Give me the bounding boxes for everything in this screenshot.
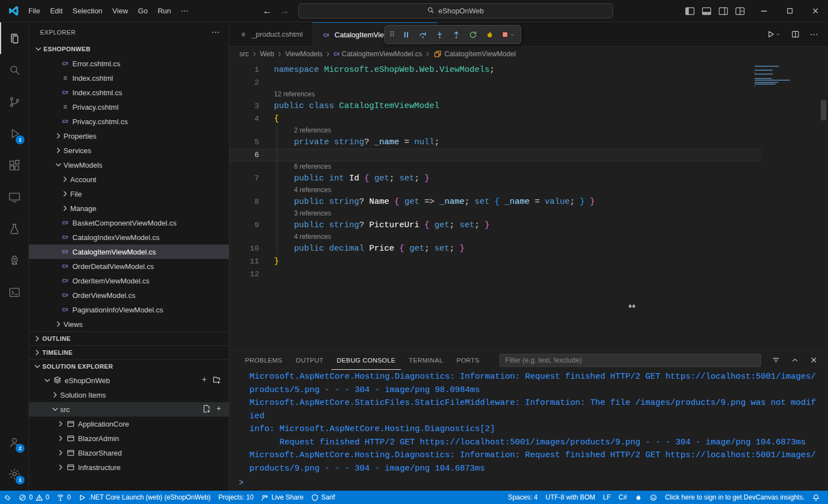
explorer-item-index-cshtml[interactable]: ≡Index.cshtml [29,71,229,85]
explorer-item-manage[interactable]: Manage [29,201,229,216]
solution-item-src[interactable]: src+ [29,402,229,417]
status-devcanvas[interactable]: Click here to sign in to get DevCanvas i… [661,491,809,504]
menu-view[interactable]: View [107,5,133,17]
layout-panel-button[interactable] [699,3,714,19]
breadcrumb-src[interactable]: src [239,50,249,58]
debug-hot-reload-button[interactable] [481,27,498,42]
debug-pause-button[interactable] [398,27,414,42]
explorer-item-catalogitemviewmodel-cs[interactable]: C#CatalogItemViewModel.cs [29,244,229,259]
explorer-item-orderdetailviewmodel-cs[interactable]: C#OrderDetailViewModel.cs [29,259,229,273]
debug-console-output[interactable]: Microsoft.AspNetCore.Hosting.Diagnostics… [229,370,828,475]
breadcrumb-viewmodels[interactable]: ViewModels [285,50,322,58]
solution-item-blazoradmin[interactable]: BlazorAdmin [29,431,229,446]
more-button[interactable]: ⋯ [807,28,820,41]
layout-sidebar-button[interactable] [682,3,698,19]
explorer-item-catalogindexviewmodel-cs[interactable]: C#CatalogIndexViewModel.cs [29,230,229,244]
activity-search-button[interactable] [0,54,28,86]
codelens-references[interactable]: 4 references [294,232,331,242]
minimap[interactable] [754,66,802,90]
activity-run-debug-button[interactable]: 1 [0,118,28,149]
menu-overflow[interactable]: ⋯ [176,5,193,17]
panel-tab-terminal[interactable]: TERMINAL [403,350,448,370]
menu-run[interactable]: Run [153,5,176,17]
debug-step-out-button[interactable] [448,27,464,42]
codelens-references[interactable]: 6 references [294,162,331,172]
activity-remote-explorer-button[interactable] [0,181,28,213]
codelens-references[interactable]: 2 references [294,125,331,136]
activity-accounts-button[interactable]: 2 [0,426,28,458]
status-notifications[interactable] [809,491,824,504]
chevron-up-button[interactable] [787,353,802,368]
codelens-references[interactable]: 4 references [294,185,331,195]
filter-list-button[interactable] [768,353,783,368]
panel-tab-output[interactable]: OUTPUT [290,350,329,370]
new-folder-button[interactable] [212,375,221,386]
new-file-button[interactable] [202,404,211,415]
codelens-references[interactable]: 3 references [294,208,331,219]
console-filter-input[interactable] [499,354,761,367]
code-editor[interactable]: 1namespace Microsoft.eShopWeb.Web.ViewMo… [229,61,828,350]
explorer-item-viewmodels[interactable]: ViewModels [29,158,229,172]
status-sarif[interactable]: Sarif [307,491,339,504]
section-timeline[interactable]: TIMELINE [29,345,229,359]
explorer-item-error-cshtml-cs[interactable]: C#Error.cshtml.cs [29,56,229,71]
close-button[interactable] [802,0,828,22]
add-button[interactable]: + [217,404,221,415]
status-ports-forwarded[interactable]: 0 [53,491,75,504]
nav-forward-button[interactable]: → [280,6,290,16]
explorer-more-actions-button[interactable]: ⋯ [212,28,221,36]
tab-product-cshtml[interactable]: ≡_product.cshtml [229,22,312,46]
menu-edit[interactable]: Edit [45,5,67,17]
debug-stop-button[interactable] [498,27,519,42]
section-outline[interactable]: OUTLINE [29,331,229,345]
panel-tab-problems[interactable]: PROBLEMS [239,350,288,370]
explorer-item-services[interactable]: Services [29,143,229,158]
explorer-item-orderviewmodel-cs[interactable]: C#OrderViewModel.cs [29,288,229,302]
status-hot-reload[interactable] [631,491,646,504]
activity-terminal-box-button[interactable] [0,276,28,308]
layout-sidebar-right-button[interactable] [716,3,731,19]
status-remote[interactable] [0,491,15,504]
activity-testing-button[interactable] [0,213,28,244]
maximize-button[interactable] [777,0,802,22]
explorer-item-index-cshtml-cs[interactable]: C#Index.cshtml.cs [29,85,229,100]
codelens-references[interactable]: 12 references [274,89,315,100]
activity-rocket-button[interactable] [0,244,28,276]
solution-item-blazorshared[interactable]: BlazorShared [29,446,229,460]
debug-step-over-button[interactable] [414,27,431,42]
menu-file[interactable]: File [23,5,45,17]
breadcrumb-web[interactable]: Web [260,50,274,58]
console-input-row[interactable]: > [229,475,828,491]
debug-drag-grip-button[interactable]: ⠿ [386,27,398,42]
section-solution-explorer[interactable]: SOLUTION EXPLORER [29,359,229,373]
solution-item-solution-items[interactable]: Solution Items [29,388,229,402]
status-indentation[interactable]: Spaces: 4 [504,491,541,504]
status-live-share[interactable]: Live Share [257,491,307,504]
editor-scrollbar[interactable] [821,100,826,120]
activity-settings-button[interactable]: 1 [0,458,28,490]
explorer-item-orderitemviewmodel-cs[interactable]: C#OrderItemViewModel.cs [29,273,229,288]
menu-go[interactable]: Go [133,5,153,17]
layout-custom-button[interactable] [732,3,748,19]
run-menu-button[interactable] [765,28,783,41]
explorer-item-privacy-cshtml[interactable]: ≡Privacy.cshtml [29,100,229,114]
debug-step-into-button[interactable] [431,27,448,42]
breadcrumb-catalogitemviewmodel-cs[interactable]: C#CatalogItemViewModel.cs [334,50,422,58]
explorer-item-views[interactable]: Views [29,317,229,331]
explorer-item-account[interactable]: Account [29,172,229,187]
status-problems[interactable]: 00 [15,491,53,504]
solution-item-eshoponweb[interactable]: eShopOnWeb+ [29,373,229,388]
breadcrumb-catalogitemviewmodel[interactable]: CatalogItemViewModel [433,50,516,58]
status-projects[interactable]: Projects: 10 [214,491,257,504]
panel-tab-debug-console[interactable]: DEBUG CONSOLE [331,350,401,370]
solution-item-applicationcore[interactable]: ApplicationCore [29,417,229,431]
close-x-button[interactable] [806,353,821,368]
explorer-item-properties[interactable]: Properties [29,129,229,143]
menu-selection[interactable]: Selection [67,5,107,17]
status-language[interactable]: C# [615,491,631,504]
status-feedback[interactable] [646,491,661,504]
explorer-root-folder[interactable]: ESHOPONWEB [29,42,229,56]
command-center-search[interactable]: eShopOnWeb [298,3,613,18]
explorer-item-paginationinfoviewmodel-cs[interactable]: C#PaginationInfoViewModel.cs [29,302,229,317]
status-encoding[interactable]: UTF-8 with BOM [542,491,599,504]
